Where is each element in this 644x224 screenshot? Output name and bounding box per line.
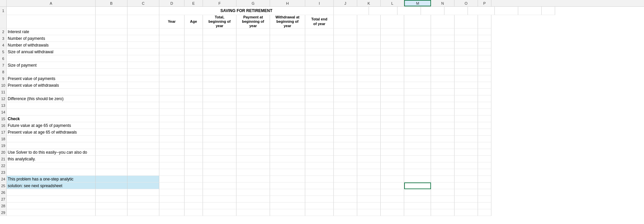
cell-m15[interactable] — [404, 116, 431, 122]
cell-i26[interactable] — [305, 189, 334, 196]
cell-o22[interactable] — [454, 162, 478, 169]
cell-o9[interactable] — [454, 75, 478, 82]
cell-i-totalend[interactable]: Total endof year — [305, 15, 334, 28]
cell-i14[interactable] — [305, 109, 334, 116]
cell-e28[interactable] — [184, 203, 203, 209]
cell-e2[interactable] — [184, 28, 203, 35]
cell-m12[interactable] — [404, 95, 431, 102]
cell-l7[interactable] — [381, 62, 404, 69]
cell-g12[interactable] — [236, 95, 270, 102]
col-header-o[interactable]: O — [454, 0, 478, 6]
cell-k27[interactable] — [357, 196, 381, 203]
cell-j14[interactable] — [334, 109, 357, 116]
cell-g13[interactable] — [236, 102, 270, 109]
cell-j27[interactable] — [334, 196, 357, 203]
cell-n3[interactable] — [431, 35, 454, 42]
cell-l23[interactable] — [381, 169, 404, 176]
cell-n5[interactable] — [431, 49, 454, 55]
cell-f4[interactable] — [203, 42, 236, 49]
cell-o19[interactable] — [454, 142, 478, 149]
cell-k17[interactable] — [357, 129, 381, 136]
cell-h6[interactable] — [270, 55, 305, 62]
cell-m25-selected[interactable] — [404, 182, 431, 189]
cell-m1[interactable] — [468, 7, 495, 15]
cell-i9[interactable] — [305, 75, 334, 82]
cell-n24[interactable] — [431, 176, 454, 182]
cell-l10[interactable] — [381, 82, 404, 89]
cell-j12[interactable] — [334, 95, 357, 102]
cell-i27[interactable] — [305, 196, 334, 203]
cell-c20[interactable] — [127, 149, 159, 156]
cell-i28[interactable] — [305, 203, 334, 209]
cell-n28[interactable] — [431, 203, 454, 209]
cell-k1b[interactable] — [357, 15, 381, 28]
cell-a15[interactable]: Check — [7, 116, 96, 122]
cell-l11[interactable] — [381, 89, 404, 95]
cell-a5[interactable]: Size of annual withdrawal — [7, 49, 96, 55]
cell-j21[interactable] — [334, 156, 357, 162]
cell-b2[interactable] — [96, 28, 127, 35]
cell-o2[interactable] — [454, 28, 478, 35]
cell-e5[interactable] — [184, 49, 203, 55]
cell-j23[interactable] — [334, 169, 357, 176]
cell-c21[interactable] — [127, 156, 159, 162]
cell-p24[interactable] — [478, 176, 491, 182]
cell-h16[interactable] — [270, 122, 305, 129]
cell-f-total[interactable]: Total,beginning ofyear — [203, 15, 236, 28]
cell-j10[interactable] — [334, 82, 357, 89]
cell-e11[interactable] — [184, 89, 203, 95]
cell-j24[interactable] — [334, 176, 357, 182]
cell-n1[interactable] — [495, 7, 518, 15]
cell-i7[interactable] — [305, 62, 334, 69]
cell-g19[interactable] — [236, 142, 270, 149]
cell-b21[interactable] — [96, 156, 127, 162]
cell-e8[interactable] — [184, 69, 203, 75]
cell-j18[interactable] — [334, 136, 357, 142]
cell-g7[interactable] — [236, 62, 270, 69]
cell-b17[interactable] — [96, 129, 127, 136]
cell-n14[interactable] — [431, 109, 454, 116]
cell-d28[interactable] — [159, 203, 184, 209]
cell-l26[interactable] — [381, 189, 404, 196]
cell-p10[interactable] — [478, 82, 491, 89]
cell-b18[interactable] — [96, 136, 127, 142]
cell-b24[interactable] — [96, 176, 127, 182]
cell-j5[interactable] — [334, 49, 357, 55]
cell-a6[interactable] — [7, 55, 96, 62]
cell-a19[interactable] — [7, 142, 96, 149]
cell-k11[interactable] — [357, 89, 381, 95]
cell-m17[interactable] — [404, 129, 431, 136]
cell-k26[interactable] — [357, 189, 381, 196]
cell-g10[interactable] — [236, 82, 270, 89]
cell-j2[interactable] — [334, 28, 357, 35]
cell-p27[interactable] — [478, 196, 491, 203]
cell-g11[interactable] — [236, 89, 270, 95]
cell-b4[interactable] — [96, 42, 127, 49]
cell-c29[interactable] — [127, 209, 159, 216]
cell-e26[interactable] — [184, 189, 203, 196]
cell-f9[interactable] — [203, 75, 236, 82]
cell-j11[interactable] — [334, 89, 357, 95]
cell-p2[interactable] — [478, 28, 491, 35]
cell-d22[interactable] — [159, 162, 184, 169]
cell-g2[interactable] — [236, 28, 270, 35]
cell-k12[interactable] — [357, 95, 381, 102]
cell-d14[interactable] — [159, 109, 184, 116]
cell-m28[interactable] — [404, 203, 431, 209]
cell-n6[interactable] — [431, 55, 454, 62]
cell-l15[interactable] — [381, 116, 404, 122]
cell-n21[interactable] — [431, 156, 454, 162]
cell-l28[interactable] — [381, 203, 404, 209]
cell-b12[interactable] — [96, 95, 127, 102]
cell-m4[interactable] — [404, 42, 431, 49]
cell-p15[interactable] — [478, 116, 491, 122]
cell-b6[interactable] — [96, 55, 127, 62]
cell-i24[interactable] — [305, 176, 334, 182]
cell-d11[interactable] — [159, 89, 184, 95]
cell-d2[interactable] — [159, 28, 184, 35]
cell-l14[interactable] — [381, 109, 404, 116]
cell-i6[interactable] — [305, 55, 334, 62]
cell-d26[interactable] — [159, 189, 184, 196]
cell-i23[interactable] — [305, 169, 334, 176]
cell-i19[interactable] — [305, 142, 334, 149]
